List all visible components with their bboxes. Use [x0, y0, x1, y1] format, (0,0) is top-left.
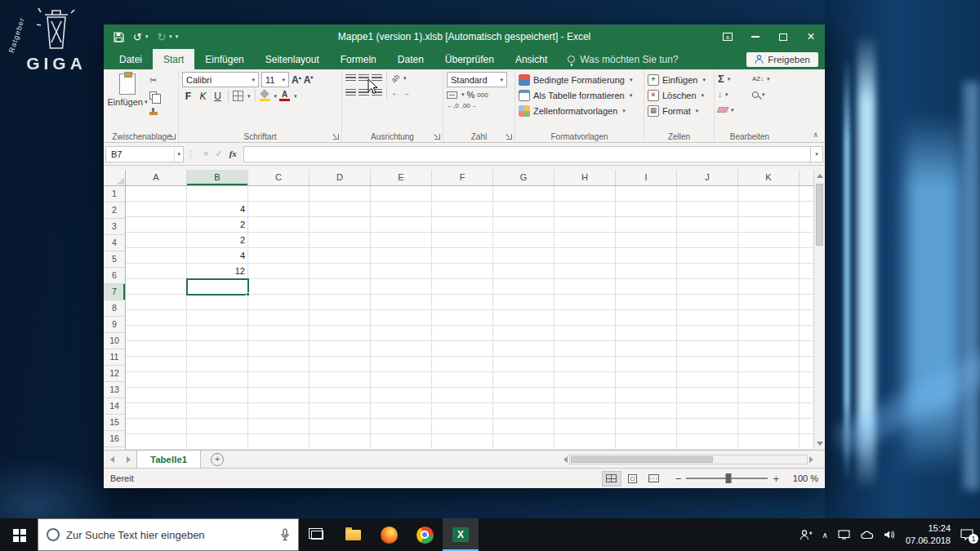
decrease-indent-icon[interactable]: ← [391, 88, 399, 97]
row-header-8[interactable]: 8 [104, 300, 125, 317]
tell-me-search[interactable]: Was möchten Sie tun? [558, 49, 688, 69]
column-header-B[interactable]: B [187, 170, 248, 185]
select-all-corner[interactable] [104, 170, 126, 186]
tab-daten[interactable]: Daten [387, 49, 434, 69]
redo-icon[interactable]: ↻ [157, 31, 166, 43]
row-header-5[interactable]: 5 [104, 251, 125, 268]
grow-font-button[interactable]: A▴ [292, 74, 301, 86]
cell-B4[interactable]: 2 [187, 233, 247, 248]
insert-function-icon[interactable]: fx [229, 149, 237, 159]
decrease-decimal-button[interactable]: ,00→ [461, 102, 477, 109]
column-header-I[interactable]: I [616, 170, 677, 185]
scroll-left-icon[interactable] [564, 456, 568, 463]
insert-cells-button[interactable]: + Einfügen▾ [648, 72, 710, 87]
taskbar-search[interactable]: Zur Suche Text hier eingeben [38, 518, 299, 551]
show-hidden-icons-button[interactable]: ∧ [822, 531, 828, 540]
row-header-2[interactable]: 2 [104, 202, 125, 219]
delete-cells-button[interactable]: × Löschen▾ [648, 87, 710, 103]
column-header-H[interactable]: H [555, 170, 616, 185]
maximize-button[interactable] [769, 24, 797, 49]
firefox-button[interactable] [371, 518, 407, 551]
ribbon-display-options-button[interactable]: ∧ [714, 24, 742, 49]
collapse-ribbon-icon[interactable]: ∧ [813, 131, 818, 139]
orientation-icon[interactable]: ab [390, 72, 401, 83]
redo-dropdown-icon[interactable]: ▾ [169, 33, 172, 40]
excel-taskbar-button[interactable]: X [443, 518, 479, 551]
font-color-icon[interactable]: A [279, 91, 290, 101]
action-center-button[interactable]: 1 [960, 529, 973, 540]
row-header-17[interactable]: 17 [104, 447, 125, 450]
underline-button[interactable]: U [212, 91, 224, 102]
share-button[interactable]: Freigeben [746, 52, 818, 67]
undo-icon[interactable]: ↺ [133, 31, 142, 43]
microphone-icon[interactable] [280, 528, 290, 541]
close-button[interactable]: × [797, 24, 825, 49]
start-button[interactable] [0, 518, 38, 551]
column-header-A[interactable]: A [126, 170, 187, 185]
name-box[interactable]: B7 ▾ [105, 146, 184, 162]
taskbar-clock[interactable]: 15:24 07.06.2018 [906, 522, 951, 547]
percent-style-button[interactable]: % [467, 90, 475, 100]
row-header-1[interactable]: 1 [104, 186, 125, 202]
row-header-3[interactable]: 3 [104, 219, 125, 235]
dialog-launcher-icon[interactable] [170, 134, 176, 140]
font-name-select[interactable]: Calibri▾ [182, 72, 259, 87]
name-box-dropdown-icon[interactable]: ▾ [174, 147, 183, 162]
borders-icon[interactable] [233, 91, 243, 101]
sheet-nav-right-button[interactable] [120, 451, 136, 468]
volume-tray-button[interactable] [884, 530, 896, 540]
file-explorer-button[interactable] [335, 518, 371, 551]
fill-handle[interactable] [246, 292, 250, 296]
people-button[interactable] [800, 529, 813, 540]
scroll-up-icon[interactable] [817, 174, 823, 178]
bold-button[interactable]: F [182, 91, 194, 102]
row-header-16[interactable]: 16 [104, 431, 125, 447]
italic-button[interactable]: K [197, 91, 209, 102]
row-header-4[interactable]: 4 [104, 235, 125, 251]
cell-B3[interactable]: 2 [187, 217, 247, 233]
row-header-7[interactable]: 7 [104, 284, 125, 300]
autosum-button[interactable]: Σ▾ [718, 72, 746, 86]
row-header-15[interactable]: 15 [104, 415, 125, 431]
horizontal-scroll-thumb[interactable] [571, 456, 713, 463]
sheet-nav-left-button[interactable] [104, 451, 120, 468]
comma-style-button[interactable]: 000 [477, 91, 488, 99]
enter-check-icon[interactable]: ✓ [215, 149, 222, 159]
find-select-button[interactable]: ▾ [752, 87, 782, 101]
row-header-10[interactable]: 10 [104, 333, 125, 349]
paste-button[interactable]: Einfügen▾ [109, 72, 146, 129]
cell-B2[interactable]: 4 [187, 202, 247, 217]
row-header-12[interactable]: 12 [104, 366, 125, 382]
tab-einfuegen[interactable]: Einfügen [194, 49, 254, 69]
cell-B5[interactable]: 4 [187, 248, 247, 264]
shrink-font-button[interactable]: A▾ [304, 74, 314, 86]
sheet-tab-tabelle1[interactable]: Tabelle1 [136, 451, 201, 468]
formula-input[interactable] [243, 146, 810, 162]
tab-ueberpruefen[interactable]: Überprüfen [434, 49, 505, 69]
save-icon[interactable] [114, 32, 124, 42]
zoom-out-button[interactable]: − [675, 473, 682, 485]
scroll-right-icon[interactable] [809, 456, 813, 463]
column-header-D[interactable]: D [310, 170, 371, 185]
fill-color-icon[interactable] [260, 91, 270, 101]
align-top-icon[interactable] [345, 74, 356, 82]
format-cells-button[interactable]: ▦ Format▾ [648, 103, 710, 118]
cut-button[interactable]: ✂ [149, 73, 158, 87]
page-break-view-button[interactable] [644, 471, 664, 487]
tab-start[interactable]: Start [153, 49, 194, 69]
horizontal-scrollbar[interactable] [564, 451, 825, 468]
format-painter-button[interactable] [149, 104, 158, 118]
row-header-9[interactable]: 9 [104, 317, 125, 333]
task-view-button[interactable] [299, 518, 335, 551]
expand-formula-bar-icon[interactable]: ▾ [810, 146, 823, 162]
cancel-icon[interactable]: × [203, 149, 208, 159]
increase-indent-icon[interactable]: → [402, 88, 410, 97]
column-header-C[interactable]: C [248, 170, 310, 185]
vertical-scroll-thumb[interactable] [816, 184, 823, 246]
copy-button[interactable] [149, 89, 158, 102]
formula-bar-handle[interactable]: ⋮ [187, 149, 195, 158]
column-header-K[interactable]: K [738, 170, 800, 185]
cell-B6[interactable]: 12 [187, 264, 247, 279]
column-header-J[interactable]: J [677, 170, 738, 185]
sort-filter-button[interactable]: AZ↓▾ [752, 72, 782, 86]
